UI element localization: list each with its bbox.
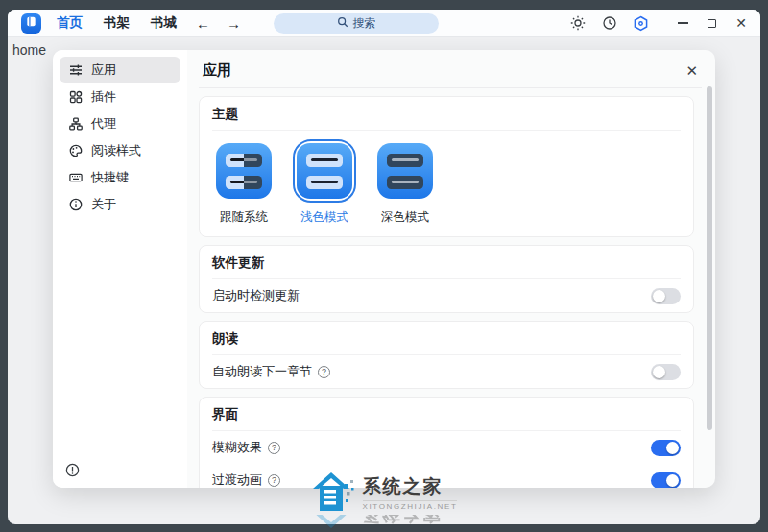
app-window: 首页 书架 书城 ← → 搜索 xyxy=(8,10,760,524)
theme-option-label: 跟随系统 xyxy=(220,209,268,226)
sidebar-item-label: 应用 xyxy=(91,61,116,79)
search-placeholder: 搜索 xyxy=(353,15,376,32)
settings-header: 应用 ✕ xyxy=(199,60,702,88)
setting-label: 模糊效果 xyxy=(212,439,262,456)
nav-bookshelf[interactable]: 书架 xyxy=(104,14,130,32)
setting-row-blur: 模糊效果 xyxy=(200,431,693,464)
sidebar-item-shortcuts[interactable]: 快捷键 xyxy=(60,164,180,190)
setting-row-auto-read: 自动朗读下一章节 xyxy=(200,355,693,388)
section-title-interface: 界面 xyxy=(200,398,693,430)
toolbar: 首页 书架 书城 ← → 搜索 xyxy=(8,10,760,37)
theme-dark-icon xyxy=(377,143,433,199)
toggle-blur[interactable] xyxy=(651,440,681,456)
theme-option-light[interactable]: 浅色模式 xyxy=(290,139,359,226)
keyboard-icon xyxy=(68,170,83,184)
search-icon xyxy=(337,16,348,31)
sidebar-item-label: 插件 xyxy=(91,88,116,106)
settings-content: 应用 ✕ 主题 跟随系统 xyxy=(187,50,715,488)
watermark: 系统之家 XITONGZHIJIA.NET 系统之家 XITONGZ xyxy=(0,471,768,530)
watermark-text: 系统之家 XITONGZHIJIA.NET xyxy=(363,474,458,511)
theme-option-system[interactable]: 跟随系统 xyxy=(209,139,278,226)
toggle-auto-read[interactable] xyxy=(651,364,681,380)
settings-title: 应用 xyxy=(203,61,231,80)
close-window-icon[interactable]: ✕ xyxy=(735,16,747,30)
sidebar-item-app[interactable]: 应用 xyxy=(60,57,180,83)
theme-options: 跟随系统 浅色模式 深色模式 xyxy=(200,131,693,236)
sidebar-item-about[interactable]: 关于 xyxy=(60,191,180,217)
watermark-reflection: 系统之家 XITONGZHIJIA.NET xyxy=(311,515,458,530)
back-icon[interactable]: ← xyxy=(196,15,210,32)
palette-icon xyxy=(68,143,83,157)
forward-icon[interactable]: → xyxy=(227,15,241,32)
setting-row-check-update: 启动时检测更新 xyxy=(200,279,693,312)
theme-ring xyxy=(293,139,356,203)
theme-option-dark[interactable]: 深色模式 xyxy=(371,139,440,226)
setting-label: 自动朗读下一章节 xyxy=(212,363,312,380)
sidebar-item-label: 关于 xyxy=(91,196,116,213)
search-input[interactable]: 搜索 xyxy=(274,13,439,34)
minimize-icon[interactable] xyxy=(678,22,688,24)
window-controls: ✕ xyxy=(678,16,747,30)
setting-label-wrap: 自动朗读下一章节 xyxy=(212,363,330,380)
theme-ring xyxy=(212,139,276,203)
sidebar-item-plugins[interactable]: 插件 xyxy=(60,84,180,109)
setting-label-wrap: 模糊效果 xyxy=(212,439,280,456)
section-title-theme: 主题 xyxy=(200,97,693,130)
help-icon[interactable] xyxy=(318,366,330,378)
watermark-url: XITONGZHIJIA.NET xyxy=(363,500,458,511)
app-logo[interactable] xyxy=(21,13,41,34)
section-title-update: 软件更新 xyxy=(200,246,693,278)
help-icon[interactable] xyxy=(268,442,280,454)
sliders-icon xyxy=(68,62,83,77)
settings-icon[interactable] xyxy=(633,15,649,32)
theme-option-label: 浅色模式 xyxy=(300,209,348,226)
watermark-title: 系统之家 xyxy=(363,474,444,499)
sidebar-item-proxy[interactable]: 代理 xyxy=(60,110,180,136)
theme-option-label: 深色模式 xyxy=(381,209,429,226)
house-logo-icon xyxy=(311,471,357,515)
history-nav: ← → xyxy=(196,15,241,32)
house-logo-icon-reflection xyxy=(311,515,357,530)
history-icon[interactable] xyxy=(601,15,617,32)
info-icon xyxy=(68,197,83,211)
book-icon xyxy=(25,14,37,32)
watermark-logo-row: 系统之家 XITONGZHIJIA.NET xyxy=(311,471,458,515)
theme-light-icon xyxy=(297,143,352,199)
theme-ring xyxy=(373,139,437,203)
theme-card: 主题 跟随系统 浅色模式 xyxy=(199,96,694,237)
readaloud-card: 朗读 自动朗读下一章节 xyxy=(199,321,694,389)
setting-label: 启动时检测更新 xyxy=(212,287,300,304)
screenshot-stage: 首页 书架 书城 ← → 搜索 xyxy=(0,0,768,532)
maximize-icon[interactable] xyxy=(708,19,716,28)
nav-bookstore[interactable]: 书城 xyxy=(151,14,177,32)
main-nav: 首页 书架 书城 xyxy=(57,14,177,32)
toggle-check-update[interactable] xyxy=(651,288,681,304)
toolbar-right: ✕ xyxy=(569,15,747,32)
settings-sidebar: 应用 插件 代理 阅读 xyxy=(53,50,187,488)
blocks-icon xyxy=(68,89,83,104)
network-icon xyxy=(68,116,83,131)
sun-icon[interactable] xyxy=(569,15,586,32)
section-title-readaloud: 朗读 xyxy=(200,322,693,354)
close-modal-icon[interactable]: ✕ xyxy=(685,62,698,80)
sidebar-item-label: 代理 xyxy=(91,115,116,133)
theme-system-icon xyxy=(216,143,272,199)
settings-modal: 应用 插件 代理 阅读 xyxy=(53,50,715,488)
nav-home[interactable]: 首页 xyxy=(57,14,83,32)
home-label: home xyxy=(12,42,46,58)
sidebar-item-label: 阅读样式 xyxy=(91,142,141,159)
sidebar-item-label: 快捷键 xyxy=(91,169,129,186)
update-card: 软件更新 启动时检测更新 xyxy=(199,245,694,313)
sidebar-item-reading-style[interactable]: 阅读样式 xyxy=(60,137,180,163)
scrollbar-thumb[interactable] xyxy=(707,86,712,430)
